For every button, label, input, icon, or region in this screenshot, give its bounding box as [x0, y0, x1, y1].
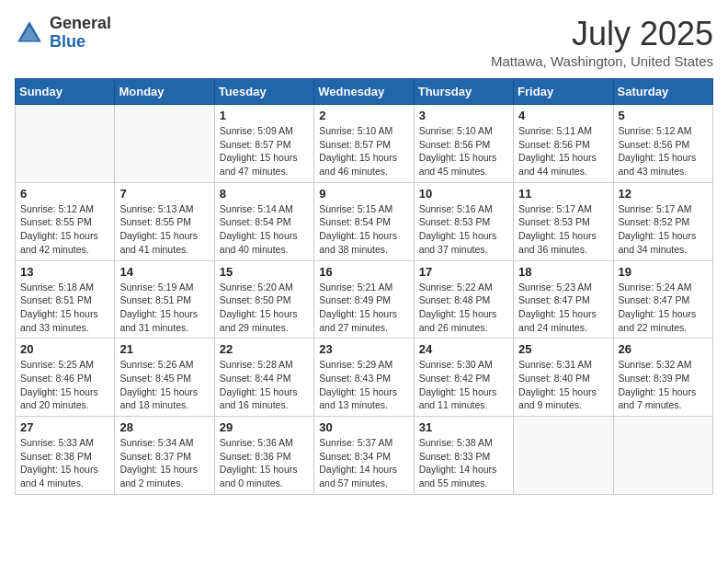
day-info: Sunrise: 5:21 AMSunset: 8:49 PMDaylight:… [319, 281, 408, 335]
day-info: Sunrise: 5:09 AMSunset: 8:57 PMDaylight:… [220, 124, 309, 178]
calendar-cell: 9 Sunrise: 5:15 AMSunset: 8:54 PMDayligh… [314, 182, 414, 260]
day-info: Sunrise: 5:33 AMSunset: 8:38 PMDaylight:… [20, 436, 109, 490]
day-info: Sunrise: 5:10 AMSunset: 8:56 PMDaylight:… [419, 124, 508, 178]
calendar-cell: 31 Sunrise: 5:38 AMSunset: 8:33 PMDaylig… [414, 417, 513, 495]
day-info: Sunrise: 5:30 AMSunset: 8:42 PMDaylight:… [419, 358, 508, 412]
calendar-cell: 19 Sunrise: 5:24 AMSunset: 8:47 PMDaylig… [613, 260, 712, 339]
logo-general-text: General [50, 15, 111, 33]
day-number: 16 [319, 265, 408, 279]
day-info: Sunrise: 5:22 AMSunset: 8:48 PMDaylight:… [419, 281, 508, 335]
day-number: 21 [119, 342, 209, 356]
day-number: 22 [220, 342, 309, 356]
day-number: 26 [619, 342, 708, 356]
day-number: 27 [20, 420, 109, 434]
day-info: Sunrise: 5:10 AMSunset: 8:57 PMDaylight:… [319, 124, 408, 178]
day-info: Sunrise: 5:14 AMSunset: 8:54 PMDaylight:… [220, 202, 309, 257]
calendar-cell: 28 Sunrise: 5:34 AMSunset: 8:37 PMDaylig… [115, 417, 214, 495]
day-info: Sunrise: 5:11 AMSunset: 8:56 PMDaylight:… [518, 124, 608, 178]
location-title: Mattawa, Washington, United States [491, 53, 713, 69]
logo-icon [15, 18, 44, 48]
day-info: Sunrise: 5:36 AMSunset: 8:36 PMDaylight:… [220, 436, 309, 490]
calendar-cell: 30 Sunrise: 5:37 AMSunset: 8:34 PMDaylig… [314, 417, 414, 495]
logo: General Blue [15, 15, 111, 52]
header-thursday: Thursday [414, 79, 513, 105]
day-number: 11 [518, 187, 608, 201]
calendar-cell: 11 Sunrise: 5:17 AMSunset: 8:53 PMDaylig… [514, 182, 613, 260]
day-number: 15 [220, 265, 309, 279]
day-number: 17 [419, 265, 508, 279]
header-wednesday: Wednesday [314, 79, 414, 105]
calendar-cell: 4 Sunrise: 5:11 AMSunset: 8:56 PMDayligh… [514, 105, 613, 183]
day-number: 14 [119, 265, 209, 279]
day-info: Sunrise: 5:16 AMSunset: 8:53 PMDaylight:… [419, 202, 508, 257]
week-row-5: 27 Sunrise: 5:33 AMSunset: 8:38 PMDaylig… [16, 417, 713, 495]
calendar-cell: 16 Sunrise: 5:21 AMSunset: 8:49 PMDaylig… [314, 260, 414, 339]
calendar-cell [613, 417, 712, 495]
day-info: Sunrise: 5:31 AMSunset: 8:40 PMDaylight:… [518, 358, 608, 412]
header-sunday: Sunday [16, 79, 115, 105]
day-number: 29 [220, 420, 309, 434]
day-number: 20 [20, 342, 109, 356]
day-number: 28 [119, 420, 209, 434]
day-number: 31 [419, 420, 508, 434]
calendar-cell: 5 Sunrise: 5:12 AMSunset: 8:56 PMDayligh… [613, 105, 712, 183]
calendar-cell [514, 417, 613, 495]
calendar-table: Sunday Monday Tuesday Wednesday Thursday… [15, 78, 713, 495]
day-info: Sunrise: 5:24 AMSunset: 8:47 PMDaylight:… [619, 281, 708, 335]
day-info: Sunrise: 5:32 AMSunset: 8:39 PMDaylight:… [619, 358, 708, 412]
calendar-cell: 21 Sunrise: 5:26 AMSunset: 8:45 PMDaylig… [115, 339, 214, 417]
calendar-cell: 18 Sunrise: 5:23 AMSunset: 8:47 PMDaylig… [514, 260, 613, 339]
day-number: 5 [619, 109, 708, 122]
day-number: 6 [20, 187, 109, 201]
day-number: 8 [220, 187, 309, 201]
day-info: Sunrise: 5:17 AMSunset: 8:52 PMDaylight:… [619, 202, 708, 257]
day-info: Sunrise: 5:28 AMSunset: 8:44 PMDaylight:… [220, 358, 309, 412]
day-info: Sunrise: 5:13 AMSunset: 8:55 PMDaylight:… [119, 202, 209, 257]
day-info: Sunrise: 5:34 AMSunset: 8:37 PMDaylight:… [119, 436, 209, 490]
calendar-cell: 24 Sunrise: 5:30 AMSunset: 8:42 PMDaylig… [414, 339, 513, 417]
logo-blue-text: Blue [50, 33, 111, 52]
day-number: 2 [319, 109, 408, 122]
day-number: 23 [319, 342, 408, 356]
day-info: Sunrise: 5:26 AMSunset: 8:45 PMDaylight:… [119, 358, 209, 412]
weekday-header-row: Sunday Monday Tuesday Wednesday Thursday… [16, 79, 713, 105]
calendar-cell: 7 Sunrise: 5:13 AMSunset: 8:55 PMDayligh… [115, 182, 214, 260]
day-number: 10 [419, 187, 508, 201]
day-info: Sunrise: 5:37 AMSunset: 8:34 PMDaylight:… [319, 436, 408, 490]
day-number: 7 [119, 187, 209, 201]
day-number: 9 [319, 187, 408, 201]
calendar-cell: 17 Sunrise: 5:22 AMSunset: 8:48 PMDaylig… [414, 260, 513, 339]
day-info: Sunrise: 5:29 AMSunset: 8:43 PMDaylight:… [319, 358, 408, 412]
calendar-cell: 26 Sunrise: 5:32 AMSunset: 8:39 PMDaylig… [613, 339, 712, 417]
day-number: 25 [518, 342, 608, 356]
calendar-cell: 6 Sunrise: 5:12 AMSunset: 8:55 PMDayligh… [16, 182, 115, 260]
calendar-cell: 8 Sunrise: 5:14 AMSunset: 8:54 PMDayligh… [214, 182, 313, 260]
calendar-cell: 1 Sunrise: 5:09 AMSunset: 8:57 PMDayligh… [214, 105, 313, 183]
title-block: July 2025 Mattawa, Washington, United St… [491, 15, 713, 69]
header-friday: Friday [514, 79, 613, 105]
calendar-cell: 15 Sunrise: 5:20 AMSunset: 8:50 PMDaylig… [214, 260, 313, 339]
day-number: 24 [419, 342, 508, 356]
day-info: Sunrise: 5:12 AMSunset: 8:55 PMDaylight:… [20, 202, 109, 257]
day-info: Sunrise: 5:25 AMSunset: 8:46 PMDaylight:… [20, 358, 109, 412]
day-info: Sunrise: 5:17 AMSunset: 8:53 PMDaylight:… [518, 202, 608, 257]
day-number: 30 [319, 420, 408, 434]
calendar-cell: 20 Sunrise: 5:25 AMSunset: 8:46 PMDaylig… [16, 339, 115, 417]
calendar-cell: 3 Sunrise: 5:10 AMSunset: 8:56 PMDayligh… [414, 105, 513, 183]
calendar-cell: 29 Sunrise: 5:36 AMSunset: 8:36 PMDaylig… [214, 417, 313, 495]
day-number: 19 [619, 265, 708, 279]
page-header: General Blue July 2025 Mattawa, Washingt… [15, 15, 713, 69]
day-info: Sunrise: 5:23 AMSunset: 8:47 PMDaylight:… [518, 281, 608, 335]
month-title: July 2025 [491, 15, 713, 53]
calendar-cell: 2 Sunrise: 5:10 AMSunset: 8:57 PMDayligh… [314, 105, 414, 183]
week-row-2: 6 Sunrise: 5:12 AMSunset: 8:55 PMDayligh… [16, 182, 713, 260]
header-monday: Monday [115, 79, 214, 105]
day-info: Sunrise: 5:12 AMSunset: 8:56 PMDaylight:… [619, 124, 708, 178]
day-number: 3 [419, 109, 508, 122]
calendar-cell [16, 105, 115, 183]
week-row-3: 13 Sunrise: 5:18 AMSunset: 8:51 PMDaylig… [16, 260, 713, 339]
day-number: 18 [518, 265, 608, 279]
calendar-cell: 25 Sunrise: 5:31 AMSunset: 8:40 PMDaylig… [514, 339, 613, 417]
day-info: Sunrise: 5:38 AMSunset: 8:33 PMDaylight:… [419, 436, 508, 490]
day-number: 4 [518, 109, 608, 122]
